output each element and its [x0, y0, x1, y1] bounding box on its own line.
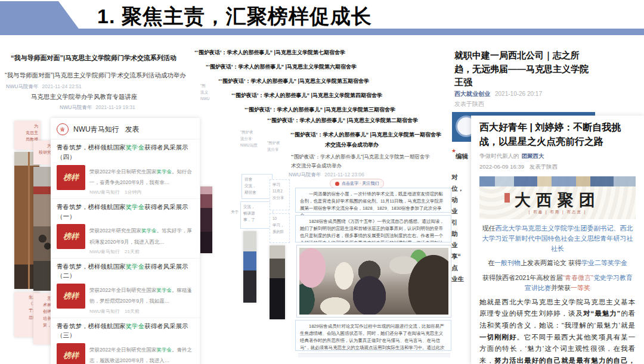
snippet-keyword: 奖学金 [156, 169, 172, 175]
title-keyword: 奖学金 [126, 263, 145, 270]
margin-fragment: 点 [451, 264, 458, 272]
title-keyword: 奖学金 [126, 322, 145, 329]
fragment-photo [270, 245, 285, 319]
account-link[interactable]: 团聚西大 [522, 153, 544, 159]
paragraph-bold: 努力活出最好的自己就是最有魅力的自己，这样一个不断自我挑战不断充实自我 [479, 357, 636, 364]
title-text: 青春筑梦，榜样领航国家 [57, 263, 126, 270]
post-time: 2021-10-26 20:17 [495, 91, 542, 97]
paragraph-link: 一般刊物 [494, 259, 521, 266]
paragraph-quote: “青春微言” [563, 274, 593, 281]
bangyang-thumbnail: 榜样 [57, 224, 85, 249]
margin-fragment: 引 [451, 219, 458, 227]
margin-fragment: 业 [451, 207, 458, 216]
youth-paragraph-2: 在一般刊物上发表两篇论文 获得学业二等奖学金 [479, 258, 636, 268]
lecture-headline: 马克思主义学院举办学风教育专题讲座 [31, 93, 138, 101]
feed-item-title: 青春筑梦，榜样领航国家奖学金获得者风采展示（一） [57, 203, 194, 222]
screenshot-fragment: 关于 [231, 209, 239, 215]
section-divider [298, 353, 450, 357]
follow-pill-label: 点击蓝字 · 关注我们 [342, 181, 379, 186]
feed-card-header: 青 NWU青马知行 发表 [51, 118, 200, 139]
snippet-keyword: 奖学金 [141, 228, 157, 234]
feed-item-meta: NWU青马知行1分钟内 [89, 189, 194, 195]
paragraph-link: 西北大学马克思主义学院学生团委副书记、西北大学习近平新时代中国特色社会主义思想青… [482, 225, 633, 252]
snippet-keyword: 奖学金 [156, 287, 172, 293]
account-name: NWU马院青年 [60, 104, 92, 110]
account-name: NWU青马知行 [73, 125, 119, 135]
feed-item-title: 青春筑梦，榜样领航国家奖学金获得者风采展示（四） [57, 143, 194, 162]
job-article-meta: 西大就业创业2021-10-26 20:17 [454, 90, 542, 98]
lecture-meta: NWU马院青年2021-11-19 19:31 [60, 104, 135, 111]
screenshot-fragment: “围炉夜 流分享 [267, 139, 280, 153]
dorm-paragraph-2: 1828宿舍成员围绕《万历十五年》一书交流自己的感想。通过阅读，她们了解到明朝的… [295, 215, 451, 242]
follow-pill-button[interactable]: 点击蓝字 · 关注我们 [330, 179, 384, 188]
title-text: 青春筑梦，榜样领航国家 [57, 144, 126, 151]
post-time: 21天前 [125, 249, 140, 254]
account-link[interactable]: 西大就业创业 [454, 91, 490, 97]
fragment-textbox: 交流， 畅谈源 事，了 [240, 201, 273, 229]
snippet-text: 荣获2022年研究生国家 [89, 228, 141, 234]
account-logo-icon: 青 [57, 123, 69, 135]
source-name: NWU青马知行 [89, 309, 120, 314]
bangyang-thumbnail: 榜样 [57, 165, 85, 190]
account-name: NWU马院青年 [289, 172, 321, 178]
fragment-textbox: 学习 11月2 次分享 [270, 179, 290, 210]
feed-item-snippet: 荣获2022年全日制研究生国家奖学金。知行合一，奋勇争先2020年9月，我有幸… [89, 169, 192, 185]
bangyang-thumbnail: 榜样 [57, 284, 85, 309]
fragment-photo [243, 231, 256, 303]
post-region: 发表于陕西 [454, 100, 484, 108]
feed-item[interactable]: 青春筑梦，榜样领航国家奖学金获得者风采展示（四） 榜样 荣获2022年全日制研究… [51, 139, 200, 198]
paragraph-text: 在 [488, 259, 494, 266]
title-text: 青春筑梦，榜样领航国家 [57, 203, 126, 210]
source-name: NWU青马知行 [89, 249, 120, 254]
youth-article-title: 西大好青年 | 刘婷婷：不断自我挑战，以星星之火点亮前行之路 [479, 120, 636, 149]
magnifier-icon [335, 182, 339, 186]
source-name: NWU青马知行 [89, 189, 120, 195]
snippet-text: 荣获2022年全日制研究生国家 [89, 169, 156, 175]
dorm-article-meta: NWU马院青年2021-11-12 23:06 [289, 172, 364, 179]
banner-title: 大西聚团 [479, 189, 636, 211]
youth-article-time: 2022-06-09 16:39 发表于陕西 [479, 163, 636, 171]
feed-item-title: 青春筑梦，榜样领航国家奖学金获得者风采展示（二） [57, 262, 194, 281]
post-region: 发表于陕西 [530, 163, 558, 170]
dorm-title-2: “‘围炉夜话’：学术人的那些事儿” |马克思主义学院第二期宿舍学 [267, 117, 418, 125]
paragraph-text: 并荣获 [551, 284, 571, 291]
feed-item-meta: NWU青马知行21天前 [89, 248, 194, 255]
feed-item-snippet: 荣获2022年全日制研究生国家奖学金。稼穑蓬勃，梦想熠熠2020年9月，我如愿… [89, 287, 192, 304]
banner-subtitle: | 有趣 | 有用 | 有态度 | [479, 210, 636, 215]
publish-label: 发表 [125, 125, 140, 135]
margin-fragment: 业生 [451, 275, 464, 284]
dorm-title-4: “‘围炉夜话’：学术人的那些事儿” |马克思主义学院第四期宿舍学 [231, 92, 382, 99]
slide-title: 1. 聚焦主责，汇聚榜样促成长 [97, 3, 372, 30]
dorm-title-3: “‘围炉夜话’：学术人的那些事儿” |马克思主义学院第三期宿舍学 [244, 106, 395, 114]
margin-fragment: 位， [451, 185, 464, 193]
dorm-title-6: “‘围炉夜话’：学术人的那些事儿” |马克思主义学院第六期宿舍学 [206, 63, 357, 71]
margin-fragment: 助 [451, 230, 458, 238]
snippet-keyword: 奖学金 [156, 347, 172, 353]
post-time: 16天前 [125, 309, 140, 314]
feed-item-snippet: 荣获2022年全日制研究生国家奖学金。青衿之志，履践致远2020年9月，我进入… [89, 347, 192, 363]
feed-item[interactable]: 青春筑梦，榜样领航国家奖学金获得者风采展示（二） 榜样 荣获2022年全日制研究… [51, 258, 200, 318]
study-group-photo [299, 248, 448, 315]
dorm-paragraph-3: 1829宿舍成员针对论文写作过程中出现的问题进行交流，比如容易产生焦虑情绪、会陷… [295, 320, 451, 351]
feed-item-snippet: 荣获2022年研究生国家奖学金。笃实好学，厚积薄发2020年9月，我进入西北… [89, 228, 192, 244]
job-article-title: 就职中建一局西北公司｜志之所趋，无远弗届——马克思主义学院王强 [454, 49, 596, 89]
feed-item[interactable]: 青春筑梦，榜样领航国家奖学金获得者风采展示（一） 榜样 荣获2022年研究生国家… [51, 198, 200, 258]
mentor-series-meta: NWU马院青年2021-11-24 22:51 [6, 83, 82, 91]
margin-fragment: 动 [451, 196, 458, 204]
porcelain-deco-strip [479, 176, 636, 186]
paragraph-text: 上发表两篇论文 获得 [521, 259, 581, 266]
feed-item-meta: NWU青马知行16天前 [89, 308, 194, 315]
fragment-textbox: 宿舍 交流， 期宿舍 [242, 174, 273, 199]
paragraph-bold: 一切刚刚好 [479, 334, 516, 341]
dorm-title-1-line2: 术交流分享会成功举办 [325, 141, 379, 149]
feed-item[interactable]: 青春筑梦，榜样领航国家奖学金获得者风采展示（三） 榜样 荣获2022年全日制研究… [51, 318, 200, 364]
title-keyword: 奖学金 [126, 144, 145, 151]
dorm-title-1-line1: “‘围炉夜话’：学术人的那些事儿” |马克思主义学院第一期宿舍学 [290, 131, 441, 139]
youth-paragraph-4: 她就是西北大学马克思主义学院马克思主义基本原理专业的研究生刘婷婷，谈及对“最魅力… [479, 297, 636, 364]
award-text: 一等奖 [571, 284, 590, 291]
mentor-series-subheadline: “我与导师面对面”|马克思主义学院师门学术交流系列活动成功举办 [5, 71, 186, 80]
post-time: 1分钟内 [125, 189, 141, 195]
account-name: NWU马院青年 [6, 83, 38, 89]
feed-item-title: 青春筑梦，榜样领航国家奖学金获得者风采展示（三） [57, 322, 194, 341]
post-time: 2021-11-19 19:31 [95, 104, 135, 110]
